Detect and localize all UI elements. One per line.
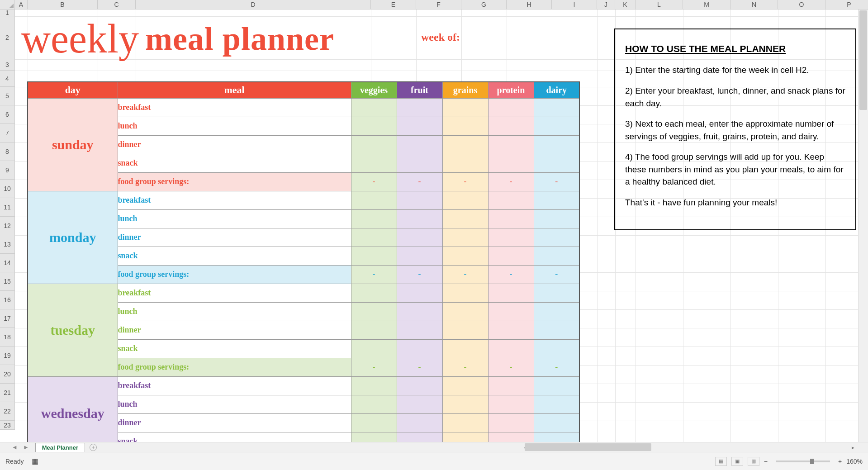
serv-tuesday-lunch-grains[interactable] <box>442 302 488 321</box>
serv-monday-snack-protein[interactable] <box>488 247 534 265</box>
col-header-H[interactable]: H <box>507 0 552 9</box>
serv-wednesday-dinner-veggies[interactable] <box>351 413 397 432</box>
col-header-I[interactable]: I <box>552 0 597 9</box>
tab-nav-prev-icon[interactable]: ◄ <box>9 444 20 451</box>
serv-monday-snack-dairy[interactable] <box>534 247 579 265</box>
serv-monday-snack-grains[interactable] <box>442 247 488 265</box>
serv-monday-breakfast-dairy[interactable] <box>534 191 579 209</box>
serv-tuesday-breakfast-grains[interactable] <box>442 284 488 302</box>
meal-cell-sunday-breakfast[interactable]: breakfast <box>118 98 351 117</box>
row-header-3[interactable]: 3 <box>0 59 14 71</box>
zoom-in-button[interactable]: + <box>838 458 842 465</box>
col-header-E[interactable]: E <box>371 0 416 9</box>
serv-sunday-snack-dairy[interactable] <box>534 154 579 172</box>
meal-cell-monday-dinner[interactable]: dinner <box>118 228 351 247</box>
serv-sunday-lunch-veggies[interactable] <box>351 117 397 135</box>
serv-tuesday-dinner-grains[interactable] <box>442 321 488 339</box>
serv-sunday-snack-protein[interactable] <box>488 154 534 172</box>
vscroll-thumb[interactable] <box>859 10 867 110</box>
row-header-18[interactable]: 18 <box>0 328 14 347</box>
serv-tuesday-breakfast-dairy[interactable] <box>534 284 579 302</box>
meal-cell-sunday-snack[interactable]: snack <box>118 154 351 172</box>
column-headers[interactable]: ABCDEFGHIJKLMNOPQ <box>15 0 868 9</box>
page-break-view-button[interactable]: ▥ <box>748 457 759 466</box>
zoom-slider[interactable] <box>776 461 830 462</box>
row-header-10[interactable]: 10 <box>0 180 14 198</box>
col-header-N[interactable]: N <box>730 0 778 9</box>
meal-cell-monday-breakfast[interactable]: breakfast <box>118 191 351 209</box>
serv-monday-dinner-protein[interactable] <box>488 228 534 247</box>
row-header-6[interactable]: 6 <box>0 105 14 124</box>
row-header-8[interactable]: 8 <box>0 142 14 161</box>
day-cell-wednesday[interactable]: wednesday <box>28 376 118 451</box>
page-layout-view-button[interactable]: ▣ <box>731 457 743 466</box>
hscroll-right-icon[interactable]: ► <box>848 442 858 452</box>
zoom-knob[interactable] <box>810 459 814 464</box>
serv-sunday-breakfast-protein[interactable] <box>488 98 534 117</box>
serv-tuesday-snack-grains[interactable] <box>442 339 488 358</box>
serv-monday-snack-veggies[interactable] <box>351 247 397 265</box>
col-header-K[interactable]: K <box>615 0 636 9</box>
serv-monday-breakfast-protein[interactable] <box>488 191 534 209</box>
serv-sunday-dinner-veggies[interactable] <box>351 135 397 154</box>
serv-wednesday-dinner-protein[interactable] <box>488 413 534 432</box>
row-header-15[interactable]: 15 <box>0 272 14 291</box>
meal-cell-monday-lunch[interactable]: lunch <box>118 209 351 228</box>
serv-monday-breakfast-fruit[interactable] <box>397 191 442 209</box>
serv-sunday-breakfast-fruit[interactable] <box>397 98 442 117</box>
serv-wednesday-breakfast-dairy[interactable] <box>534 376 579 395</box>
serv-sunday-dinner-grains[interactable] <box>442 135 488 154</box>
serv-wednesday-lunch-fruit[interactable] <box>397 395 442 413</box>
vertical-scrollbar[interactable] <box>858 9 868 442</box>
serv-monday-breakfast-grains[interactable] <box>442 191 488 209</box>
meal-cell-wednesday-lunch[interactable]: lunch <box>118 395 351 413</box>
row-header-7[interactable]: 7 <box>0 124 14 142</box>
meal-cell-sunday-lunch[interactable]: lunch <box>118 117 351 135</box>
serv-monday-dinner-dairy[interactable] <box>534 228 579 247</box>
serv-tuesday-snack-dairy[interactable] <box>534 339 579 358</box>
serv-sunday-lunch-grains[interactable] <box>442 117 488 135</box>
row-header-4[interactable]: 4 <box>0 71 14 87</box>
meal-cell-tuesday-dinner[interactable]: dinner <box>118 321 351 339</box>
serv-wednesday-lunch-veggies[interactable] <box>351 395 397 413</box>
serv-sunday-dinner-dairy[interactable] <box>534 135 579 154</box>
new-sheet-button[interactable]: + <box>90 444 97 451</box>
serv-tuesday-breakfast-protein[interactable] <box>488 284 534 302</box>
serv-tuesday-breakfast-fruit[interactable] <box>397 284 442 302</box>
col-header-J[interactable]: J <box>597 0 615 9</box>
row-header-5[interactable]: 5 <box>0 87 14 105</box>
row-header-21[interactable]: 21 <box>0 384 14 402</box>
serv-sunday-lunch-dairy[interactable] <box>534 117 579 135</box>
col-header-A[interactable]: A <box>15 0 28 9</box>
serv-wednesday-dinner-dairy[interactable] <box>534 413 579 432</box>
day-cell-monday[interactable]: monday <box>28 191 118 284</box>
serv-wednesday-dinner-grains[interactable] <box>442 413 488 432</box>
serv-tuesday-dinner-protein[interactable] <box>488 321 534 339</box>
meal-cell-tuesday-breakfast[interactable]: breakfast <box>118 284 351 302</box>
serv-tuesday-breakfast-veggies[interactable] <box>351 284 397 302</box>
meal-cell-tuesday-lunch[interactable]: lunch <box>118 302 351 321</box>
meal-cell-wednesday-breakfast[interactable]: breakfast <box>118 376 351 395</box>
zoom-level[interactable]: 160% <box>846 458 863 465</box>
row-header-2[interactable]: 2 <box>0 16 14 59</box>
serv-tuesday-lunch-fruit[interactable] <box>397 302 442 321</box>
serv-wednesday-lunch-protein[interactable] <box>488 395 534 413</box>
serv-tuesday-snack-veggies[interactable] <box>351 339 397 358</box>
tab-nav-next-icon[interactable]: ► <box>20 444 32 451</box>
row-header-23[interactable]: 23 <box>0 421 14 430</box>
serv-monday-lunch-dairy[interactable] <box>534 209 579 228</box>
serv-wednesday-breakfast-fruit[interactable] <box>397 376 442 395</box>
serv-wednesday-lunch-grains[interactable] <box>442 395 488 413</box>
col-header-D[interactable]: D <box>136 0 371 9</box>
serv-monday-lunch-veggies[interactable] <box>351 209 397 228</box>
serv-sunday-snack-fruit[interactable] <box>397 154 442 172</box>
col-header-L[interactable]: L <box>636 0 683 9</box>
serv-tuesday-snack-protein[interactable] <box>488 339 534 358</box>
col-header-M[interactable]: M <box>683 0 730 9</box>
serv-wednesday-breakfast-protein[interactable] <box>488 376 534 395</box>
col-header-C[interactable]: C <box>98 0 136 9</box>
row-header-9[interactable]: 9 <box>0 161 14 180</box>
row-header-20[interactable]: 20 <box>0 365 14 384</box>
serv-wednesday-lunch-dairy[interactable] <box>534 395 579 413</box>
row-header-13[interactable]: 13 <box>0 235 14 254</box>
